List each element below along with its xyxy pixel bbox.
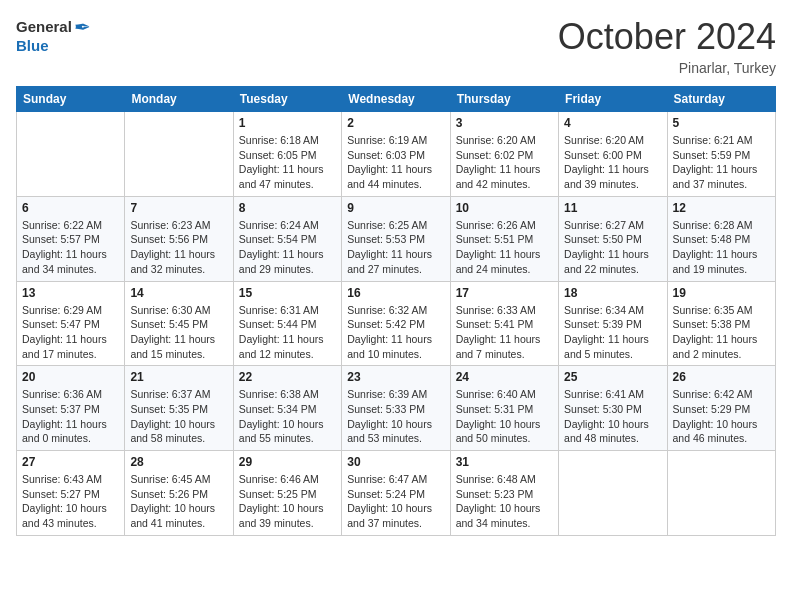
day-info: Sunrise: 6:28 AMSunset: 5:48 PMDaylight:… — [673, 218, 770, 277]
calendar-cell — [17, 112, 125, 197]
day-number: 13 — [22, 286, 119, 300]
calendar-cell: 11Sunrise: 6:27 AMSunset: 5:50 PMDayligh… — [559, 196, 667, 281]
calendar-cell: 7Sunrise: 6:23 AMSunset: 5:56 PMDaylight… — [125, 196, 233, 281]
logo-blue: Blue — [16, 38, 91, 55]
day-info: Sunrise: 6:41 AMSunset: 5:30 PMDaylight:… — [564, 387, 661, 446]
day-info: Sunrise: 6:20 AMSunset: 6:00 PMDaylight:… — [564, 133, 661, 192]
day-info: Sunrise: 6:36 AMSunset: 5:37 PMDaylight:… — [22, 387, 119, 446]
day-info: Sunrise: 6:32 AMSunset: 5:42 PMDaylight:… — [347, 303, 444, 362]
day-number: 20 — [22, 370, 119, 384]
calendar-cell: 10Sunrise: 6:26 AMSunset: 5:51 PMDayligh… — [450, 196, 558, 281]
calendar-cell: 5Sunrise: 6:21 AMSunset: 5:59 PMDaylight… — [667, 112, 775, 197]
calendar-cell: 13Sunrise: 6:29 AMSunset: 5:47 PMDayligh… — [17, 281, 125, 366]
weekday-header: Saturday — [667, 87, 775, 112]
day-info: Sunrise: 6:34 AMSunset: 5:39 PMDaylight:… — [564, 303, 661, 362]
logo: General ✒ Blue — [16, 16, 91, 55]
day-info: Sunrise: 6:25 AMSunset: 5:53 PMDaylight:… — [347, 218, 444, 277]
day-number: 26 — [673, 370, 770, 384]
day-info: Sunrise: 6:40 AMSunset: 5:31 PMDaylight:… — [456, 387, 553, 446]
day-number: 19 — [673, 286, 770, 300]
weekday-header: Friday — [559, 87, 667, 112]
day-number: 21 — [130, 370, 227, 384]
day-info: Sunrise: 6:31 AMSunset: 5:44 PMDaylight:… — [239, 303, 336, 362]
calendar-cell: 1Sunrise: 6:18 AMSunset: 6:05 PMDaylight… — [233, 112, 341, 197]
calendar-cell: 20Sunrise: 6:36 AMSunset: 5:37 PMDayligh… — [17, 366, 125, 451]
weekday-header-row: SundayMondayTuesdayWednesdayThursdayFrid… — [17, 87, 776, 112]
calendar-week-row: 20Sunrise: 6:36 AMSunset: 5:37 PMDayligh… — [17, 366, 776, 451]
day-info: Sunrise: 6:46 AMSunset: 5:25 PMDaylight:… — [239, 472, 336, 531]
day-info: Sunrise: 6:23 AMSunset: 5:56 PMDaylight:… — [130, 218, 227, 277]
day-info: Sunrise: 6:29 AMSunset: 5:47 PMDaylight:… — [22, 303, 119, 362]
day-info: Sunrise: 6:26 AMSunset: 5:51 PMDaylight:… — [456, 218, 553, 277]
day-info: Sunrise: 6:19 AMSunset: 6:03 PMDaylight:… — [347, 133, 444, 192]
day-info: Sunrise: 6:20 AMSunset: 6:02 PMDaylight:… — [456, 133, 553, 192]
day-number: 3 — [456, 116, 553, 130]
day-number: 4 — [564, 116, 661, 130]
calendar-cell: 4Sunrise: 6:20 AMSunset: 6:00 PMDaylight… — [559, 112, 667, 197]
calendar-cell: 18Sunrise: 6:34 AMSunset: 5:39 PMDayligh… — [559, 281, 667, 366]
calendar-cell: 30Sunrise: 6:47 AMSunset: 5:24 PMDayligh… — [342, 451, 450, 536]
month-title: October 2024 — [558, 16, 776, 58]
day-number: 29 — [239, 455, 336, 469]
calendar-week-row: 1Sunrise: 6:18 AMSunset: 6:05 PMDaylight… — [17, 112, 776, 197]
day-number: 28 — [130, 455, 227, 469]
day-info: Sunrise: 6:48 AMSunset: 5:23 PMDaylight:… — [456, 472, 553, 531]
calendar-cell — [667, 451, 775, 536]
calendar-cell: 9Sunrise: 6:25 AMSunset: 5:53 PMDaylight… — [342, 196, 450, 281]
weekday-header: Thursday — [450, 87, 558, 112]
day-info: Sunrise: 6:43 AMSunset: 5:27 PMDaylight:… — [22, 472, 119, 531]
calendar-cell — [559, 451, 667, 536]
logo-bird-icon: ✒ — [74, 16, 91, 38]
day-number: 18 — [564, 286, 661, 300]
calendar-week-row: 27Sunrise: 6:43 AMSunset: 5:27 PMDayligh… — [17, 451, 776, 536]
day-number: 24 — [456, 370, 553, 384]
day-info: Sunrise: 6:45 AMSunset: 5:26 PMDaylight:… — [130, 472, 227, 531]
calendar-cell: 8Sunrise: 6:24 AMSunset: 5:54 PMDaylight… — [233, 196, 341, 281]
weekday-header: Monday — [125, 87, 233, 112]
day-info: Sunrise: 6:30 AMSunset: 5:45 PMDaylight:… — [130, 303, 227, 362]
calendar-cell: 14Sunrise: 6:30 AMSunset: 5:45 PMDayligh… — [125, 281, 233, 366]
calendar-cell: 23Sunrise: 6:39 AMSunset: 5:33 PMDayligh… — [342, 366, 450, 451]
day-info: Sunrise: 6:39 AMSunset: 5:33 PMDaylight:… — [347, 387, 444, 446]
day-number: 16 — [347, 286, 444, 300]
day-info: Sunrise: 6:27 AMSunset: 5:50 PMDaylight:… — [564, 218, 661, 277]
day-number: 23 — [347, 370, 444, 384]
day-number: 5 — [673, 116, 770, 130]
calendar-cell — [125, 112, 233, 197]
calendar-cell: 29Sunrise: 6:46 AMSunset: 5:25 PMDayligh… — [233, 451, 341, 536]
day-number: 1 — [239, 116, 336, 130]
day-number: 14 — [130, 286, 227, 300]
day-info: Sunrise: 6:42 AMSunset: 5:29 PMDaylight:… — [673, 387, 770, 446]
day-info: Sunrise: 6:33 AMSunset: 5:41 PMDaylight:… — [456, 303, 553, 362]
calendar-cell: 6Sunrise: 6:22 AMSunset: 5:57 PMDaylight… — [17, 196, 125, 281]
calendar-week-row: 6Sunrise: 6:22 AMSunset: 5:57 PMDaylight… — [17, 196, 776, 281]
day-info: Sunrise: 6:18 AMSunset: 6:05 PMDaylight:… — [239, 133, 336, 192]
day-number: 11 — [564, 201, 661, 215]
day-number: 30 — [347, 455, 444, 469]
day-number: 31 — [456, 455, 553, 469]
calendar-cell: 25Sunrise: 6:41 AMSunset: 5:30 PMDayligh… — [559, 366, 667, 451]
calendar-cell: 16Sunrise: 6:32 AMSunset: 5:42 PMDayligh… — [342, 281, 450, 366]
calendar-cell: 27Sunrise: 6:43 AMSunset: 5:27 PMDayligh… — [17, 451, 125, 536]
day-info: Sunrise: 6:37 AMSunset: 5:35 PMDaylight:… — [130, 387, 227, 446]
day-number: 17 — [456, 286, 553, 300]
day-number: 15 — [239, 286, 336, 300]
calendar-cell: 24Sunrise: 6:40 AMSunset: 5:31 PMDayligh… — [450, 366, 558, 451]
calendar-cell: 19Sunrise: 6:35 AMSunset: 5:38 PMDayligh… — [667, 281, 775, 366]
day-number: 12 — [673, 201, 770, 215]
calendar-week-row: 13Sunrise: 6:29 AMSunset: 5:47 PMDayligh… — [17, 281, 776, 366]
logo-general: General — [16, 19, 72, 36]
day-number: 27 — [22, 455, 119, 469]
day-info: Sunrise: 6:38 AMSunset: 5:34 PMDaylight:… — [239, 387, 336, 446]
calendar-cell: 12Sunrise: 6:28 AMSunset: 5:48 PMDayligh… — [667, 196, 775, 281]
day-number: 10 — [456, 201, 553, 215]
calendar-cell: 3Sunrise: 6:20 AMSunset: 6:02 PMDaylight… — [450, 112, 558, 197]
day-info: Sunrise: 6:22 AMSunset: 5:57 PMDaylight:… — [22, 218, 119, 277]
weekday-header: Tuesday — [233, 87, 341, 112]
calendar-cell: 15Sunrise: 6:31 AMSunset: 5:44 PMDayligh… — [233, 281, 341, 366]
day-number: 25 — [564, 370, 661, 384]
day-info: Sunrise: 6:47 AMSunset: 5:24 PMDaylight:… — [347, 472, 444, 531]
page-header: General ✒ Blue October 2024 Pinarlar, Tu… — [16, 16, 776, 76]
day-number: 8 — [239, 201, 336, 215]
day-info: Sunrise: 6:24 AMSunset: 5:54 PMDaylight:… — [239, 218, 336, 277]
